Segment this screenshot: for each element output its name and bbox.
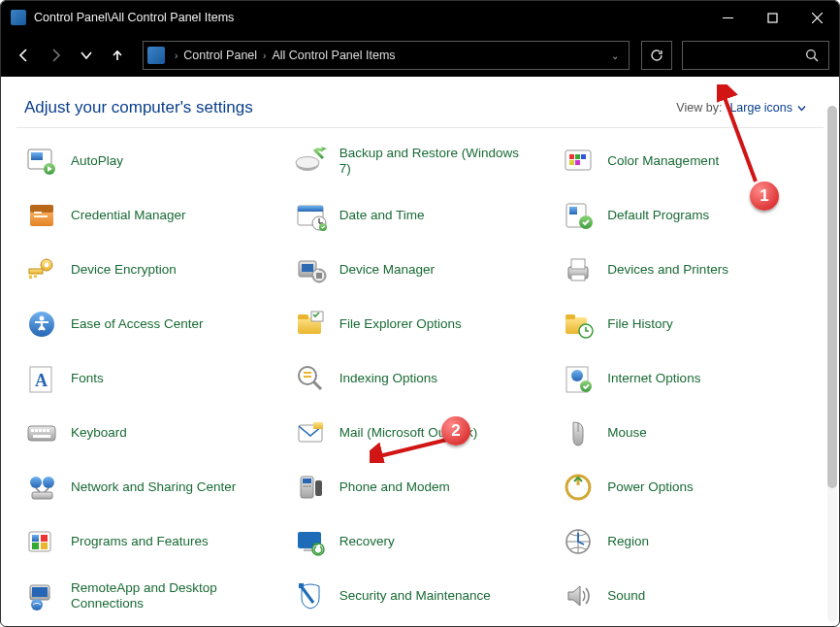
control-panel-item[interactable]: Mail (Microsoft Outlook) [293, 413, 548, 452]
recent-locations-button[interactable] [73, 42, 100, 69]
up-button[interactable] [104, 42, 131, 69]
close-button[interactable] [794, 1, 839, 34]
minimize-button[interactable] [705, 1, 750, 34]
refresh-button[interactable] [641, 41, 672, 70]
file-history-icon [561, 307, 596, 342]
view-by-control: View by: Large icons [676, 101, 806, 115]
item-label: RemoteApp and Desktop Connections [71, 580, 255, 611]
chevron-down-icon[interactable]: ⌄ [605, 50, 625, 61]
view-by-value: Large icons [729, 101, 792, 115]
control-panel-item[interactable]: AutoPlay [24, 142, 279, 181]
annotation-badge-1: 1 [750, 182, 779, 211]
content-area: Adjust your computer's settings View by:… [1, 77, 839, 627]
search-icon [805, 49, 819, 62]
file-explorer-options-icon [293, 307, 328, 342]
power-options-icon [561, 470, 596, 505]
control-panel-item[interactable]: Credential Manager [24, 196, 279, 235]
credential-manager-icon [24, 198, 59, 233]
item-label: Device Manager [339, 262, 435, 278]
chevron-right-icon[interactable]: › [257, 50, 272, 61]
item-label: Programs and Features [71, 534, 209, 549]
control-panel-item[interactable]: Devices and Printers [561, 250, 816, 289]
item-label: Security and Maintenance [339, 588, 491, 604]
recovery-icon [293, 524, 328, 559]
item-label: Ease of Access Center [71, 316, 204, 332]
control-panel-item[interactable]: Indexing Options [293, 359, 548, 398]
control-panel-item[interactable]: Backup and Restore (Windows 7) [293, 142, 548, 181]
devices-printers-icon [561, 252, 596, 287]
mail-icon [293, 415, 328, 450]
chevron-down-icon [797, 104, 806, 113]
page-heading: Adjust your computer's settings [24, 98, 253, 117]
back-button[interactable] [11, 42, 38, 69]
color-management-icon [561, 144, 596, 179]
network-sharing-icon [24, 470, 59, 505]
keyboard-icon [24, 415, 59, 450]
item-label: Mouse [607, 425, 647, 441]
item-label: File Explorer Options [339, 316, 462, 332]
scrollbar-thumb[interactable] [827, 106, 837, 488]
control-panel-item[interactable]: Device Manager [293, 250, 548, 289]
window-title: Control Panel\All Control Panel Items [34, 11, 234, 24]
control-panel-icon [147, 47, 165, 64]
control-panel-grid: AutoPlayBackup and Restore (Windows 7)Co… [24, 142, 816, 615]
control-panel-item[interactable]: Recovery [293, 522, 548, 561]
default-programs-icon [561, 198, 596, 233]
control-panel-item[interactable]: Region [561, 522, 816, 561]
item-label: File History [607, 316, 673, 332]
item-label: Internet Options [607, 371, 700, 386]
forward-button[interactable] [42, 42, 69, 69]
breadcrumb[interactable]: › Control Panel › All Control Panel Item… [143, 41, 630, 70]
breadcrumb-seg-2[interactable]: All Control Panel Items [272, 49, 395, 62]
control-panel-item[interactable]: Mouse [561, 413, 816, 452]
backup-restore-icon [293, 144, 328, 179]
item-label: Credential Manager [71, 208, 186, 223]
control-panel-item[interactable]: File History [561, 305, 816, 344]
sound-icon [561, 578, 596, 613]
control-panel-item[interactable]: Network and Sharing Center [24, 468, 279, 507]
item-label: Devices and Printers [607, 262, 728, 278]
date-time-icon [293, 198, 328, 233]
view-by-dropdown[interactable]: Large icons [729, 101, 806, 115]
phone-modem-icon [293, 470, 328, 505]
programs-features-icon [24, 524, 59, 559]
item-label: Indexing Options [339, 371, 437, 386]
item-label: Network and Sharing Center [71, 479, 236, 495]
search-input[interactable] [682, 41, 829, 70]
chevron-right-icon[interactable]: › [169, 50, 183, 61]
control-panel-item[interactable]: Ease of Access Center [24, 305, 279, 344]
control-panel-item[interactable]: File Explorer Options [293, 305, 548, 344]
item-label: Backup and Restore (Windows 7) [339, 146, 524, 177]
control-panel-item[interactable]: RemoteApp and Desktop Connections [24, 577, 279, 615]
control-panel-item[interactable]: Date and Time [293, 196, 548, 235]
control-panel-item[interactable]: Keyboard [24, 413, 279, 452]
item-label: Recovery [339, 534, 395, 549]
maximize-button[interactable] [750, 1, 794, 34]
control-panel-item[interactable]: Programs and Features [24, 522, 279, 561]
window-titlebar: Control Panel\All Control Panel Items [1, 1, 839, 34]
security-maintenance-icon [293, 578, 328, 613]
control-panel-item[interactable]: Sound [561, 577, 816, 615]
divider [16, 127, 824, 128]
svg-line-5 [814, 57, 818, 61]
window-icon [11, 10, 26, 25]
ease-of-access-icon [24, 307, 59, 342]
control-panel-item[interactable]: Device Encryption [24, 250, 279, 289]
remoteapp-icon [24, 578, 59, 613]
toolbar: › Control Panel › All Control Panel Item… [1, 34, 839, 77]
item-label: Power Options [607, 479, 694, 495]
autoplay-icon [24, 144, 59, 179]
control-panel-item[interactable]: Internet Options [561, 359, 816, 398]
control-panel-item[interactable]: Fonts [24, 359, 279, 398]
annotation-badge-2: 2 [441, 416, 470, 446]
breadcrumb-seg-1[interactable]: Control Panel [183, 49, 257, 62]
internet-options-icon [561, 361, 596, 396]
item-label: AutoPlay [71, 153, 123, 169]
control-panel-item[interactable]: Security and Maintenance [293, 577, 548, 615]
control-panel-item[interactable]: Phone and Modem [293, 468, 548, 507]
control-panel-item[interactable]: Power Options [561, 468, 816, 507]
indexing-options-icon [293, 361, 328, 396]
item-label: Fonts [71, 371, 104, 386]
control-panel-item[interactable]: Color Management [561, 142, 816, 181]
scrollbar[interactable] [827, 106, 837, 622]
